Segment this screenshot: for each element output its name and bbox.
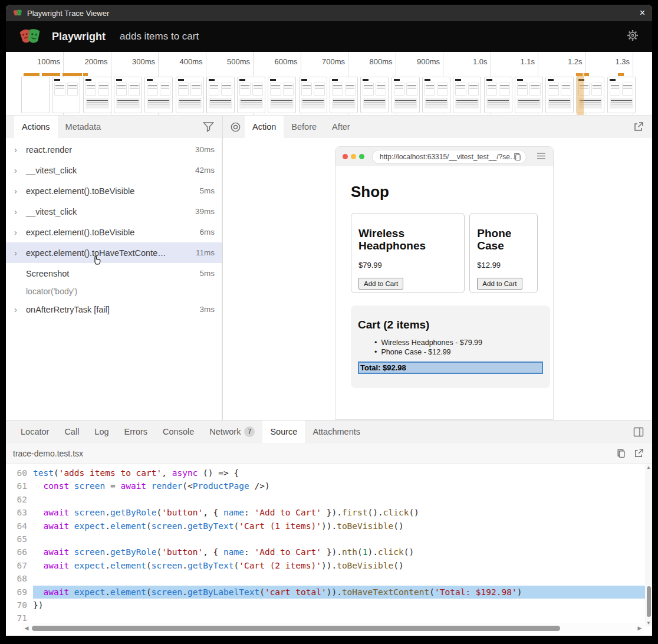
timeline-thumbnail[interactable] — [237, 77, 265, 113]
browser-menu-icon[interactable] — [537, 152, 546, 162]
timeline-tick-label: 300ms — [132, 57, 155, 66]
pick-locator-target-icon[interactable] — [230, 121, 241, 133]
open-snapshot-external-icon[interactable] — [633, 121, 644, 132]
code-token: . — [182, 587, 187, 597]
filter-icon[interactable] — [203, 121, 214, 132]
code-token: await — [43, 508, 69, 517]
vertical-scrollbar-thumb[interactable] — [647, 586, 651, 617]
tab-attachments[interactable]: Attachments — [305, 420, 368, 443]
timeline[interactable]: 100ms200ms300ms400ms500ms600ms700ms800ms… — [6, 52, 652, 116]
add-to-cart-button[interactable]: Add to Cart — [477, 278, 522, 290]
code-token: getByRole — [110, 547, 157, 557]
tab-actions[interactable]: Actions — [14, 116, 58, 138]
action-duration: 39ms — [195, 207, 215, 216]
action-duration: 42ms — [195, 166, 215, 175]
code-token — [33, 481, 43, 491]
timeline-thumbnail[interactable] — [114, 77, 142, 113]
code-token: click — [378, 547, 404, 557]
code-token: () — [393, 521, 403, 531]
line-code — [33, 572, 652, 585]
action-row[interactable]: ›__vitest_click39ms — [6, 201, 222, 222]
split-view-icon[interactable] — [633, 427, 644, 437]
tab-before-label: Before — [291, 122, 317, 132]
scroll-left-icon[interactable]: ◀ — [22, 625, 31, 631]
open-source-external-icon[interactable] — [634, 448, 644, 458]
source-line: 65 — [6, 533, 652, 546]
code-token: )). — [327, 587, 342, 597]
timeline-thumbnail[interactable] — [176, 77, 204, 113]
action-row[interactable]: ›react.render30ms — [6, 139, 222, 160]
tab-locator[interactable]: Locator — [13, 420, 57, 443]
vertical-scrollbar[interactable]: ▲ ▼ — [645, 464, 652, 626]
timeline-duration-bar — [83, 73, 88, 76]
action-row[interactable]: Screenshot5ms — [6, 263, 222, 284]
code-token: }). — [321, 508, 342, 517]
timeline-thumbnail[interactable] — [83, 77, 111, 113]
scroll-down-icon[interactable]: ▼ — [645, 620, 652, 626]
add-to-cart-button[interactable]: Add to Cart — [358, 278, 403, 290]
tab-metadata[interactable]: Metadata — [58, 116, 108, 138]
timeline-thumbnail[interactable] — [21, 77, 50, 113]
timeline-thumbnail[interactable] — [144, 77, 173, 113]
product-list: Wireless Headphones$79.99Add to CartPhon… — [351, 213, 538, 293]
url-bar[interactable]: http://localhost:63315/__vitest_test__/?… — [372, 150, 527, 164]
code-token: screen — [74, 481, 105, 491]
close-icon[interactable]: × — [640, 8, 645, 18]
timeline-thumbnail[interactable] — [299, 77, 327, 113]
tab-console[interactable]: Console — [155, 420, 202, 443]
hand-cursor — [91, 254, 103, 266]
browser-snapshot-frame: http://localhost:63315/__vitest_test__/?… — [335, 146, 554, 420]
action-row[interactable]: ›onAfterRetryTask [fail]3ms — [6, 299, 222, 320]
action-row[interactable]: ›expect.element().toBeVisible6ms — [6, 222, 222, 242]
tab-errors[interactable]: Errors — [117, 420, 155, 443]
timeline-thumbnail[interactable] — [607, 77, 636, 113]
product-card: Phone Case$12.99Add to Cart — [469, 213, 538, 293]
action-label: expect.element().toBeVisible — [26, 228, 134, 237]
tab-call[interactable]: Call — [57, 420, 87, 443]
tab-source[interactable]: Source — [262, 420, 305, 443]
scroll-right-icon[interactable]: ▶ — [636, 625, 644, 631]
network-count-badge: 7 — [244, 426, 255, 437]
action-row[interactable]: ›expect.element().toBeVisible5ms — [6, 180, 222, 201]
tab-before[interactable]: Before — [284, 116, 324, 138]
timeline-thumbnail[interactable] — [422, 77, 450, 113]
code-token: . — [182, 521, 187, 531]
code-token: ( — [357, 547, 363, 557]
timeline-duration-bar — [24, 73, 40, 76]
action-row[interactable]: ›__vitest_click42ms — [6, 160, 222, 180]
line-number: 62 — [6, 493, 33, 506]
timeline-selection-band[interactable] — [577, 73, 584, 116]
code-token: . — [105, 508, 110, 517]
settings-gear-icon[interactable] — [626, 29, 639, 44]
timeline-thumbnail[interactable] — [330, 77, 358, 113]
tab-after[interactable]: After — [324, 116, 358, 138]
code-token: . — [182, 561, 187, 570]
tab-action[interactable]: Action — [245, 116, 284, 138]
code-token: () — [404, 547, 414, 557]
timeline-thumbnail[interactable] — [484, 77, 512, 113]
action-row[interactable]: ›expect.element().toHaveTextConte…11ms — [6, 242, 222, 263]
timeline-thumbnail[interactable] — [268, 77, 296, 113]
playwright-masks-icon — [13, 9, 22, 17]
timeline-tick-label: 1.1s — [520, 57, 535, 66]
copy-file-icon[interactable] — [617, 449, 626, 458]
horizontal-scrollbar[interactable]: ◀ ▶ — [22, 623, 644, 633]
source-file-bar: trace-demo.test.tsx — [6, 443, 652, 464]
product-name: Phone Case — [477, 228, 530, 252]
timeline-thumbnail[interactable] — [545, 77, 574, 113]
scroll-up-icon[interactable]: ▲ — [645, 465, 652, 470]
chevron-right-icon: › — [14, 304, 26, 314]
timeline-thumbnail[interactable] — [52, 77, 80, 113]
horizontal-scrollbar-thumb[interactable] — [32, 626, 560, 631]
copy-url-icon[interactable] — [514, 153, 521, 161]
timeline-thumbnail[interactable] — [391, 77, 420, 113]
code-token: element — [110, 561, 146, 570]
timeline-thumbnail[interactable] — [360, 77, 389, 113]
tab-network[interactable]: Network7 — [202, 420, 262, 443]
timeline-thumbnail[interactable] — [206, 77, 235, 113]
traffic-light-yellow — [351, 154, 356, 159]
timeline-thumbnail[interactable] — [453, 77, 481, 113]
timeline-thumbnail[interactable] — [515, 77, 543, 113]
source-line: 62 — [6, 493, 652, 506]
tab-log[interactable]: Log — [87, 420, 116, 443]
